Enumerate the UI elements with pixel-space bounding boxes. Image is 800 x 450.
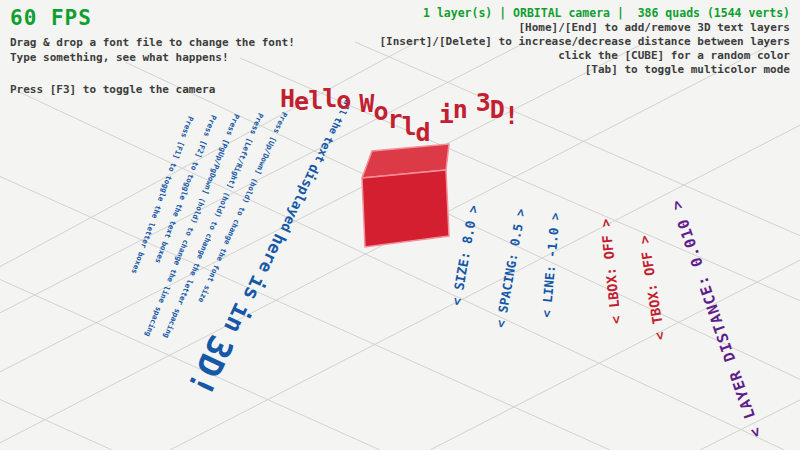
hello-letter — [430, 86, 439, 111]
app-window: HelloWorldin3D! allthetextdisplayedherei… — [0, 0, 800, 450]
hello-letter — [350, 86, 359, 111]
drag-drop-hint: Drag & drop a font file to change the fo… — [10, 35, 295, 50]
hello-letter: e — [294, 89, 308, 114]
hud-top-left: 60 FPS Drag & drop a font file to change… — [10, 6, 295, 97]
camera-toggle-hint: Press [F3] to toggle the camera — [10, 82, 295, 97]
hello-letter: o — [373, 99, 387, 124]
cube-front-face[interactable] — [362, 170, 449, 247]
hello-letter: 3 — [476, 90, 490, 115]
hello-letter: d — [416, 120, 430, 145]
hello-letter — [467, 86, 476, 111]
hello-letter: i — [439, 102, 453, 127]
stats-line: 1 layer(s) | ORBITAL camera | 386 quads … — [379, 6, 790, 21]
cube-click-hint: click the [CUBE] for a random color — [379, 49, 790, 63]
hello-letter: o — [336, 88, 350, 113]
distance-hint: [Insert]/[Delete] to increase/decrease d… — [379, 35, 790, 49]
hello-letter: l — [402, 114, 416, 139]
hello-world-3d-text: HelloWorldin3D! — [280, 86, 518, 111]
layers-hint: [Home]/[End] to add/remove 3D text layer… — [379, 21, 790, 35]
type-hint: Type something, see what happens! — [10, 50, 295, 65]
hud-top-right: 1 layer(s) | ORBITAL camera | 386 quads … — [379, 6, 790, 77]
hello-letter: n — [453, 97, 467, 122]
fps-counter: 60 FPS — [10, 6, 295, 30]
hello-letter: l — [322, 86, 336, 111]
hello-letter: W — [359, 91, 373, 116]
multicolor-hint: [Tab] to toggle multicolor mode — [379, 63, 790, 77]
hello-letter: D — [490, 97, 504, 122]
hello-letter: l — [308, 88, 322, 113]
cube[interactable] — [362, 144, 449, 247]
hello-letter: r — [387, 107, 401, 132]
hello-letter: ! — [504, 103, 518, 128]
